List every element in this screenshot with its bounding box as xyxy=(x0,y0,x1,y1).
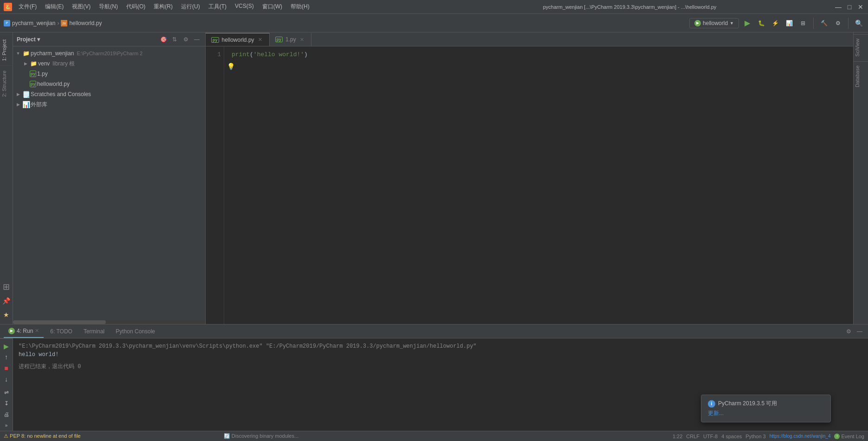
file-icon: py xyxy=(61,20,67,26)
favorites-button[interactable]: ⊞ xyxy=(1,281,12,292)
run-config-icon: ▶ xyxy=(694,20,701,26)
menu-help[interactable]: 帮助(H) xyxy=(287,2,313,12)
event-log[interactable]: ! Event Log xyxy=(834,434,864,439)
coverage-button[interactable]: ⚡ xyxy=(770,18,781,29)
panel-target-icon[interactable]: 🎯 xyxy=(159,35,168,44)
terminal-tab[interactable]: Terminal xyxy=(79,325,109,338)
menu-edit[interactable]: 编辑(E) xyxy=(41,2,67,12)
tree-item-root[interactable]: ▼ 📁 pycharm_wenjian E:\PyCharm2019\PyCha… xyxy=(13,48,205,58)
project-tab[interactable]: 1: Project xyxy=(0,34,13,65)
run-again-button[interactable]: ▶ xyxy=(1,341,12,352)
console-output-text: hello world! xyxy=(19,350,862,359)
event-log-label: Event Log xyxy=(841,434,864,439)
tree-item-helloworld[interactable]: py helloworld.py xyxy=(13,79,205,89)
wrap-button[interactable]: ⇌ xyxy=(1,387,12,398)
project-panel-scrollbar[interactable] xyxy=(13,320,205,324)
menu-run[interactable]: 运行(U) xyxy=(177,2,204,12)
tree-item-extlib[interactable]: ▶ 📊 外部库 xyxy=(13,99,205,110)
project-panel-header: Project ▾ 🎯 ⇅ ⚙ — xyxy=(13,32,205,46)
toolbar-sep-1 xyxy=(813,18,814,29)
panel-sort-icon[interactable]: ⇅ xyxy=(170,35,179,44)
menu-window[interactable]: 窗口(W) xyxy=(259,2,286,12)
stop-button[interactable]: ■ xyxy=(1,363,12,374)
menu-refactor[interactable]: 重构(R) xyxy=(150,2,176,12)
python-console-tab[interactable]: Python Console xyxy=(111,325,160,338)
run-config-label: helloworld xyxy=(703,20,728,26)
1py-icon: py xyxy=(30,71,36,77)
maximize-button[interactable]: □ xyxy=(846,3,853,11)
bottom-collapse-icon[interactable]: — xyxy=(855,327,864,336)
paren-open: ( xyxy=(250,50,253,59)
bulb-hint-icon[interactable]: 💡 xyxy=(227,62,235,71)
line-ending[interactable]: CRLF xyxy=(686,434,700,439)
window-controls: — □ ✕ xyxy=(835,3,864,11)
console-command: "E:\PyCharm2019\PyCharm 2019.3.3\pycharm… xyxy=(19,342,862,350)
settings-button[interactable]: ⚙ xyxy=(832,18,843,29)
star-button[interactable]: ★ xyxy=(1,309,12,320)
tree-item-1py[interactable]: py 1.py xyxy=(13,69,205,79)
scroll-down-button[interactable]: ↓ xyxy=(1,374,12,385)
minimize-button[interactable]: — xyxy=(835,3,842,11)
panel-settings-icon[interactable]: ⚙ xyxy=(181,35,190,44)
todo-tab[interactable]: 6: TODO xyxy=(45,325,77,338)
scratches-label: Scratches and Consoles xyxy=(31,91,91,97)
line-numbers: 1 xyxy=(206,46,224,324)
run-tab-close[interactable]: ✕ xyxy=(35,328,39,334)
cursor-position[interactable]: 1:22 xyxy=(673,434,682,439)
tree-item-venv[interactable]: ▶ 📁 venv library 根 xyxy=(13,58,205,69)
panel-collapse-icon[interactable]: — xyxy=(192,35,201,44)
venv-label: venv xyxy=(38,60,50,67)
encoding[interactable]: UTF-8 xyxy=(703,434,718,439)
menu-code[interactable]: 代码(O) xyxy=(123,2,149,12)
root-arrow: ▼ xyxy=(15,50,21,57)
tab-helloworld-close[interactable]: ✕ xyxy=(257,37,264,43)
notification-panel: i PyCharm 2019.3.5 可用 更新... xyxy=(701,395,831,422)
code-line-1: print ( 'hello world!' ) xyxy=(232,50,846,59)
pep8-warning[interactable]: ⚠ PEP 8: no newline at end of file xyxy=(4,433,81,439)
run-button[interactable]: ▶ xyxy=(742,18,753,29)
search-everywhere-button[interactable]: 🔍 xyxy=(853,18,864,29)
more-button[interactable]: » xyxy=(1,420,12,431)
run-tab[interactable]: ▶ 4: Run ✕ xyxy=(4,325,44,338)
structure-tab[interactable]: 2: Structure xyxy=(0,65,13,102)
breadcrumb-project[interactable]: pycharm_wenjian xyxy=(12,20,55,26)
close-button[interactable]: ✕ xyxy=(857,3,864,11)
notification-update-link[interactable]: 更新... xyxy=(708,409,824,417)
notification-header: i PyCharm 2019.3.5 可用 xyxy=(708,400,824,408)
bottom-settings-icon[interactable]: ⚙ xyxy=(844,327,853,336)
breadcrumb-file[interactable]: helloworld.py xyxy=(69,20,102,26)
main-content: 1: Project 2: Structure ⊞ 📌 ★ Project ▾ … xyxy=(0,32,868,324)
menu-view[interactable]: 视图(V) xyxy=(68,2,94,12)
profile-button[interactable]: 📊 xyxy=(784,18,795,29)
tab-1py[interactable]: py 1.py ✕ xyxy=(270,33,311,46)
tab-1py-close[interactable]: ✕ xyxy=(299,36,305,43)
tree-item-scratches[interactable]: ▶ 🗒️ Scratches and Consoles xyxy=(13,89,205,99)
python-version[interactable]: Python 3 xyxy=(745,434,765,439)
concurrency-button[interactable]: ⊞ xyxy=(797,18,809,29)
pin-button[interactable]: 📌 xyxy=(1,295,12,306)
status-left: ⚠ PEP 8: no newline at end of file xyxy=(4,433,81,439)
print-button[interactable]: 🖨 xyxy=(1,409,12,420)
tab-helloworld-label: helloworld.py xyxy=(222,37,254,43)
menu-vcs[interactable]: VCS(S) xyxy=(231,2,258,12)
database-tab[interactable]: Database xyxy=(854,61,868,91)
debug-button[interactable]: 🐛 xyxy=(756,18,767,29)
tab-helloworld[interactable]: py helloworld.py ✕ xyxy=(206,33,270,46)
url-link[interactable]: https://blog.csdn.net/wanjin_4 xyxy=(770,434,831,439)
indent-setting[interactable]: 4 spaces xyxy=(721,434,742,439)
menu-tools[interactable]: 工具(T) xyxy=(205,2,230,12)
panel-header-icons: 🎯 ⇅ ⚙ — xyxy=(159,35,201,44)
tab-1py-label: 1.py xyxy=(285,36,296,43)
editor-tabs: py helloworld.py ✕ py 1.py ✕ xyxy=(206,32,853,46)
scroll-up-button[interactable]: ↑ xyxy=(1,352,12,363)
root-folder-icon: 📁 xyxy=(22,50,30,57)
sciview-tab[interactable]: SciView xyxy=(854,34,868,60)
build-button[interactable]: 🔨 xyxy=(818,18,829,29)
menu-file[interactable]: 文件(F) xyxy=(15,2,40,12)
title-bar: 🐍 文件(F) 编辑(E) 视图(V) 导航(N) 代码(O) 重构(R) 运行… xyxy=(0,0,868,14)
run-config-button[interactable]: ▶ helloworld ▼ xyxy=(689,18,739,28)
1py-label: 1.py xyxy=(37,71,48,77)
menu-navigate[interactable]: 导航(N) xyxy=(95,2,122,12)
soft-wrap-button[interactable]: ↧ xyxy=(1,398,12,409)
code-editor[interactable]: print ( 'hello world!' ) 💡 xyxy=(224,46,853,324)
